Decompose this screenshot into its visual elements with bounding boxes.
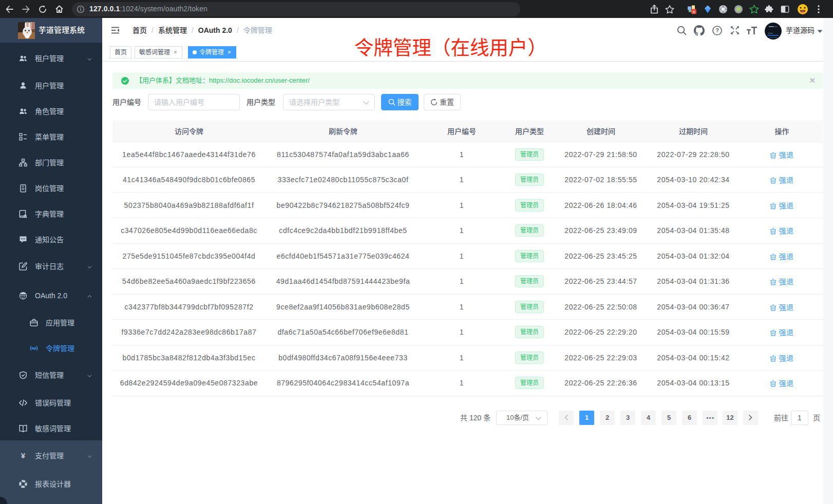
svg-text:a: a <box>33 346 35 351</box>
svg-text:?: ? <box>715 27 719 33</box>
svg-text:¥: ¥ <box>21 452 26 460</box>
svg-text:9: 9 <box>693 9 695 14</box>
